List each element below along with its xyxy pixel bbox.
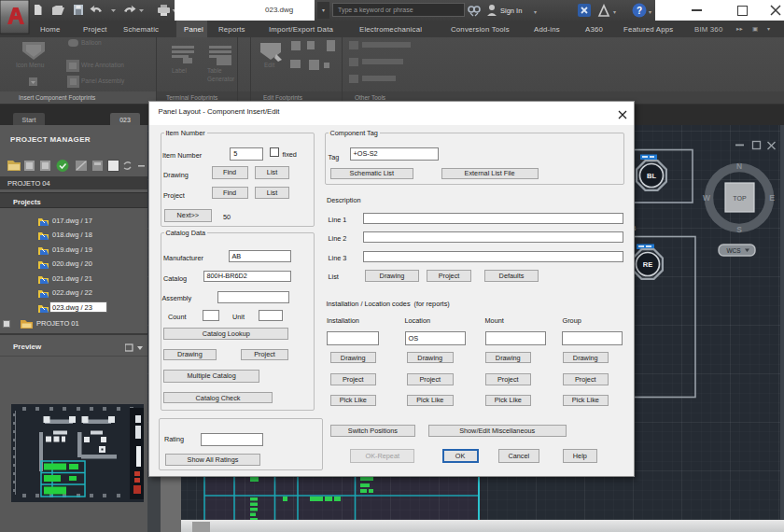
svg-text:N: N — [736, 161, 742, 171]
svg-text:?: ? — [637, 6, 642, 16]
svg-text:BL: BL — [647, 172, 656, 180]
svg-text:WCS: WCS — [726, 247, 741, 254]
svg-text:W: W — [703, 193, 711, 203]
svg-text:TOP: TOP — [733, 195, 747, 202]
svg-text:RE: RE — [643, 260, 652, 269]
svg-text:S: S — [736, 225, 742, 234]
svg-text:E: E — [769, 193, 775, 203]
